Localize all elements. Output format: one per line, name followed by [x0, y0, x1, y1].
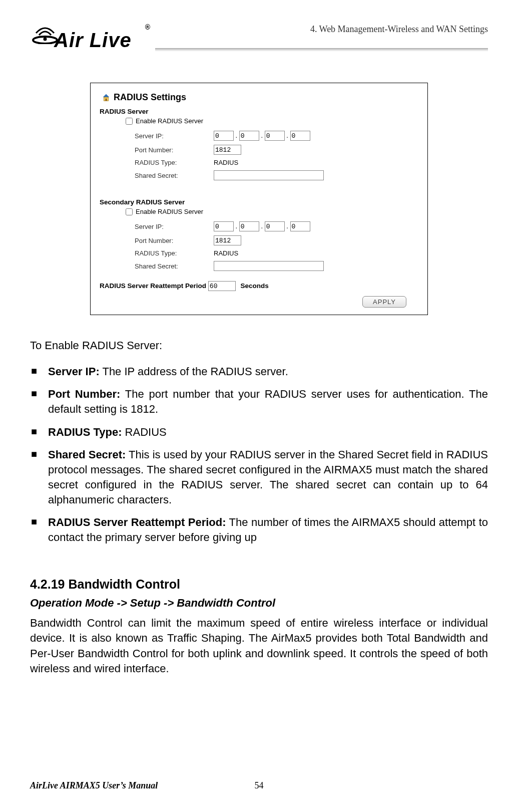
list-item: Server IP: The IP address of the RADIUS …	[48, 364, 488, 379]
secondary-serverip-label: Server IP:	[135, 219, 214, 233]
bullet-text: RADIUS	[122, 426, 167, 438]
logo-text: Air Live	[54, 29, 132, 52]
secondary-ip-2[interactable]	[265, 221, 285, 231]
page-number: 54	[255, 780, 264, 791]
page-footer: AirLive AIRMAX5 User’s Manual 54	[30, 780, 488, 791]
primary-ip-1[interactable]	[239, 131, 259, 141]
primary-port-input[interactable]	[214, 145, 241, 155]
secondary-port-input[interactable]	[214, 235, 241, 245]
primary-serverip-label: Server IP:	[135, 129, 214, 143]
bullet-lead: Server IP:	[48, 365, 100, 378]
primary-ip-3[interactable]	[290, 131, 310, 141]
bullet-lead: Port Number:	[48, 388, 120, 400]
list-item: Port Number: The port number that your R…	[48, 387, 488, 416]
page-header: Air Live ® 4. Web Management-Wireless an…	[30, 20, 488, 60]
body-text: To Enable RADIUS Server: Server IP: The …	[30, 338, 488, 676]
panel-title-row: RADIUS Settings	[102, 92, 418, 103]
bullet-list: Server IP: The IP address of the RADIUS …	[30, 364, 488, 545]
primary-ip-0[interactable]	[214, 131, 234, 141]
section-number: 4.2.19 Bandwidth Control	[30, 576, 488, 593]
section-header: 4. Web Management-Wireless and WAN Setti…	[310, 20, 488, 35]
primary-secret-input[interactable]	[214, 170, 324, 180]
primary-type-label: RADIUS Type:	[135, 157, 214, 168]
primary-port-label: Port Number:	[135, 143, 214, 157]
section-paragraph: Bandwidth Control can limit the maximum …	[30, 616, 488, 676]
secondary-enable-checkbox[interactable]	[126, 208, 133, 215]
home-icon	[102, 93, 111, 102]
secondary-ip-1[interactable]	[239, 221, 259, 231]
brand-logo: Air Live ®	[30, 20, 150, 56]
primary-server-heading: RADIUS Server	[100, 108, 418, 115]
reattempt-suffix: Seconds	[241, 282, 269, 290]
secondary-enable-label: Enable RADIUS Server	[136, 208, 203, 215]
primary-type-value: RADIUS	[214, 157, 328, 168]
primary-table: Server IP: . . . Port Number: RADIUS Typ…	[135, 129, 328, 182]
list-item: Shared Secret: This is used by your RADI…	[48, 447, 488, 507]
svg-marker-2	[103, 94, 110, 97]
primary-enable-checkbox[interactable]	[126, 118, 133, 125]
svg-point-1	[44, 38, 47, 41]
secondary-secret-label: Shared Secret:	[135, 259, 214, 273]
secondary-enable-row: Enable RADIUS Server	[126, 208, 418, 215]
registered-mark: ®	[145, 23, 150, 31]
bullet-lead: Shared Secret:	[48, 448, 126, 461]
reattempt-row: RADIUS Server Reattempt Period Seconds	[100, 281, 418, 291]
apply-button[interactable]: APPLY	[362, 296, 406, 308]
radius-settings-panel: RADIUS Settings RADIUS Server Enable RAD…	[90, 83, 428, 315]
secondary-server-heading: Secondary RADIUS Server	[100, 198, 418, 206]
breadcrumb: Operation Mode -> Setup -> Bandwidth Con…	[30, 596, 488, 611]
secondary-port-label: Port Number:	[135, 233, 214, 247]
manual-title: AirLive AIRMAX5 User’s Manual	[30, 780, 158, 791]
list-item: RADIUS Server Reattempt Period: The numb…	[48, 515, 488, 545]
secondary-ip-0[interactable]	[214, 221, 234, 231]
list-item: RADIUS Type: RADIUS	[48, 425, 488, 440]
secondary-ip-3[interactable]	[290, 221, 310, 231]
secondary-type-value: RADIUS	[214, 247, 328, 259]
primary-ip-2[interactable]	[265, 131, 285, 141]
primary-enable-row: Enable RADIUS Server	[126, 117, 418, 125]
intro-line: To Enable RADIUS Server:	[30, 338, 488, 353]
secondary-type-label: RADIUS Type:	[135, 247, 214, 259]
secondary-secret-input[interactable]	[214, 261, 324, 271]
bullet-lead: RADIUS Server Reattempt Period:	[48, 516, 226, 528]
reattempt-input[interactable]	[208, 281, 236, 291]
secondary-table: Server IP: . . . Port Number: RADIUS Typ…	[135, 219, 328, 273]
primary-secret-label: Shared Secret:	[135, 168, 214, 182]
header-rule	[155, 48, 488, 52]
reattempt-prefix: RADIUS Server Reattempt Period	[100, 282, 206, 290]
panel-title: RADIUS Settings	[114, 92, 186, 103]
bullet-text: The IP address of the RADIUS server.	[100, 365, 288, 378]
bullet-lead: RADIUS Type:	[48, 426, 122, 438]
primary-enable-label: Enable RADIUS Server	[136, 117, 203, 125]
svg-rect-4	[106, 98, 107, 101]
